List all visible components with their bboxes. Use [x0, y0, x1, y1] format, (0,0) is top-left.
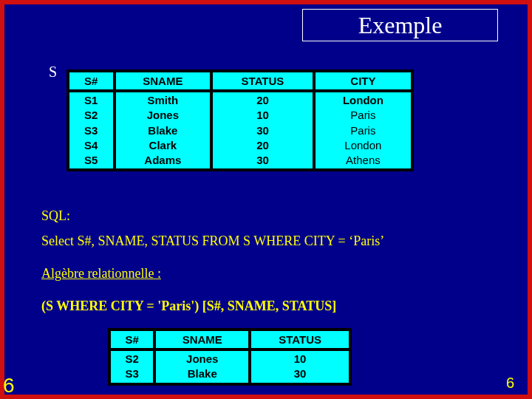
table-s: S# SNAME STATUS CITY S1 S2 S3 S4 S5: [66, 69, 414, 171]
slide-title: Exemple: [358, 12, 443, 39]
table-row: S1 S2 S3 S4 S5 Smith Jones Blake Clark A…: [69, 92, 411, 168]
col-header: STATUS: [213, 72, 313, 89]
col-header: STATUS: [251, 331, 349, 348]
title-box: Exemple: [302, 9, 498, 41]
algebra-expr: (S WHERE CITY = 'Paris') [S#, SNAME, STA…: [41, 299, 336, 314]
cell: S2 S3: [111, 351, 153, 383]
algebra-label: Algèbre relationnelle :: [41, 266, 161, 282]
col-header: S#: [69, 72, 113, 89]
cell: Smith Jones Blake Clark Adams: [116, 92, 211, 168]
col-header: CITY: [316, 72, 411, 89]
table-result: S# SNAME STATUS S2 S3 Jones Blake: [108, 328, 352, 386]
sql-label: SQL:: [41, 208, 70, 224]
sql-statement: Select S#, SNAME, STATUS FROM S WHERE CI…: [41, 233, 384, 249]
col-header: SNAME: [116, 72, 211, 89]
table-s-label: S: [49, 64, 57, 81]
table-s-table: S# SNAME STATUS CITY S1 S2 S3 S4 S5: [66, 69, 414, 171]
cell: London Paris Paris London Athens: [316, 92, 411, 168]
table-row: S# SNAME STATUS: [111, 331, 349, 348]
page-number-right: 6: [506, 375, 514, 392]
cell: 10 30: [251, 351, 349, 383]
page-number-left: 6: [3, 374, 15, 398]
col-header: S#: [111, 331, 153, 348]
table-row: S2 S3 Jones Blake 10 30: [111, 351, 349, 383]
col-header: SNAME: [156, 331, 248, 348]
slide: Exemple S S# SNAME STATUS CITY S1 S2 S3: [4, 4, 528, 395]
cell: Jones Blake: [156, 351, 248, 383]
cell: 20 10 30 20 30: [213, 92, 313, 168]
table-result-table: S# SNAME STATUS S2 S3 Jones Blake: [108, 328, 352, 386]
table-row: S# SNAME STATUS CITY: [69, 72, 411, 89]
cell: S1 S2 S3 S4 S5: [69, 92, 113, 168]
